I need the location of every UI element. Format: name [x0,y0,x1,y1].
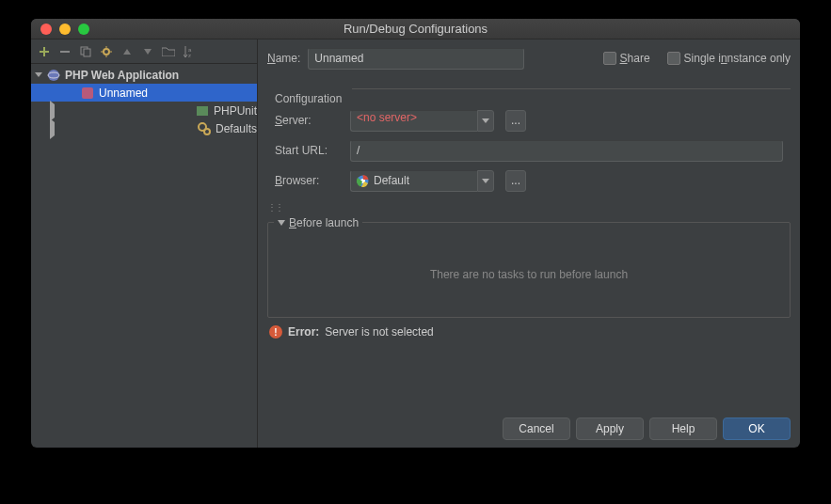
name-field[interactable] [308,48,524,70]
copy-button[interactable] [76,42,95,61]
start-url-field[interactable] [350,140,783,162]
chevron-right-icon [50,118,193,139]
tree-node-php-web-app[interactable]: PHP Web Application [31,66,257,84]
ok-button[interactable]: OK [723,417,791,440]
tree-toolbar: az [31,39,257,64]
config-panel: Name: Share Single innstance only Config… [258,39,800,448]
defaults-icon [197,121,212,136]
before-launch-group: Before launch There are no tasks to run … [267,222,791,318]
error-text: Server is not selected [325,325,433,339]
svg-rect-8 [82,87,93,99]
browser-label: Browser: [275,174,343,187]
dialog-window: Run/Debug Configurations az PHP Web Appl… [31,19,800,448]
svg-point-3 [104,49,109,55]
phpunit-icon [195,103,210,118]
error-message: ! Error: Server is not selected [267,318,791,346]
window-title: Run/Debug Configurations [31,22,800,36]
server-value: <no server> [350,110,477,132]
settings-icon[interactable] [97,42,116,61]
config-tree[interactable]: PHP Web Application Unnamed PHPUnit Defa… [31,64,257,448]
tree-label: PHP Web Application [65,69,179,82]
tree-label: PHPUnit [214,104,257,118]
tree-label: Unnamed [99,87,148,100]
splitter-gripper[interactable]: ⋮⋮ [267,207,791,213]
chevron-down-icon [477,170,494,192]
svg-text:z: z [188,53,191,57]
chevron-down-icon [35,72,42,77]
svg-rect-0 [60,51,70,53]
share-checkbox[interactable]: Share [603,52,650,66]
start-url-label: Start URL: [275,144,343,157]
maximize-icon[interactable] [78,24,89,35]
apply-button[interactable]: Apply [576,417,644,440]
server-dropdown[interactable]: <no server> [350,110,494,132]
browser-browse-button[interactable]: ... [505,170,526,192]
dialog-buttons: Cancel Apply Help OK [267,412,791,440]
svg-rect-2 [84,49,90,56]
sidebar: az PHP Web Application Unnamed PHPUnit [31,39,258,448]
browser-value: Default [374,174,409,187]
server-label: Server: [275,114,343,127]
tree-node-defaults[interactable]: Defaults [31,119,257,137]
chrome-icon [357,175,369,187]
svg-point-6 [48,70,59,81]
svg-point-11 [204,129,210,134]
name-label: Name: [267,52,300,65]
before-launch-title: Before launch [289,216,359,229]
remove-button[interactable] [56,42,74,61]
sort-icon[interactable]: az [180,42,199,61]
move-up-icon[interactable] [118,42,136,61]
error-label: Error: [288,325,319,339]
tree-node-phpunit[interactable]: PHPUnit [31,102,257,119]
chevron-down-icon[interactable] [278,220,285,226]
close-icon[interactable] [40,24,52,35]
tree-label: Defaults [216,122,257,135]
error-icon: ! [269,325,282,339]
minimize-icon[interactable] [59,24,71,35]
tree-node-unnamed[interactable]: Unnamed [31,84,257,102]
server-browse-button[interactable]: ... [505,110,526,132]
configuration-group: Configuration Server: <no server> ... St… [267,81,791,201]
single-instance-checkbox[interactable]: Single innstance only [667,52,791,66]
php-file-icon [80,86,95,101]
add-button[interactable] [35,42,54,61]
configuration-title: Configuration [275,92,783,105]
before-launch-empty: There are no tasks to run before launch [268,232,790,317]
titlebar: Run/Debug Configurations [31,19,800,39]
cancel-button[interactable]: Cancel [503,417,570,440]
chevron-down-icon [477,110,494,132]
move-down-icon[interactable] [138,42,157,61]
folder-icon[interactable] [159,42,178,61]
browser-dropdown[interactable]: Default [350,170,494,192]
help-button[interactable]: Help [649,417,717,440]
svg-rect-9 [197,106,208,116]
php-web-icon [46,68,61,83]
